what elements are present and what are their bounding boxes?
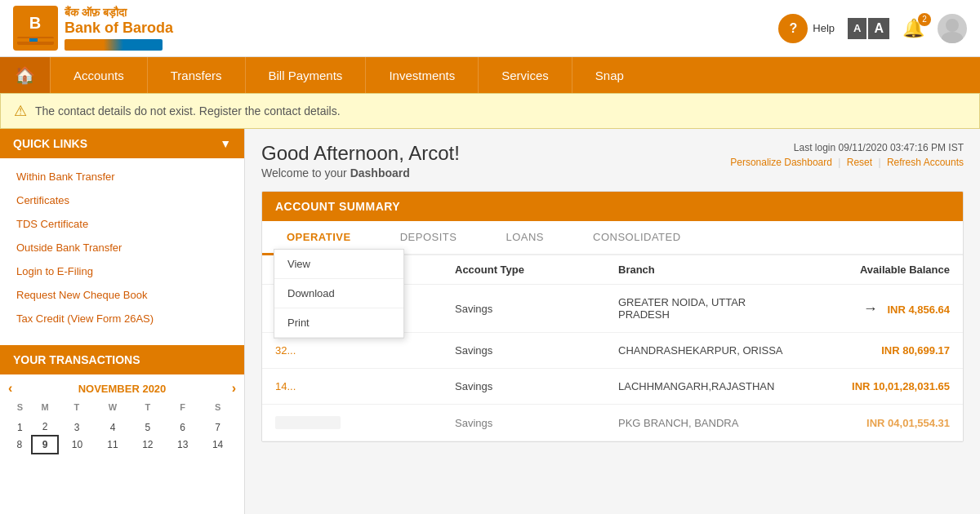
greeting-text: Good Afternoon, Arcot! Welcome to your D…: [261, 142, 460, 179]
balance-value: INR 4,856.64: [887, 304, 950, 316]
dropdown-item[interactable]: Download: [274, 279, 403, 308]
login-info: Last login 09/11/2020 03:47:16 PM IST Pe…: [730, 142, 964, 168]
list-item[interactable]: Tax Credit (View Form 26AS): [0, 307, 244, 330]
transactions-section: YOUR TRANSACTIONS ‹ NOVEMBER 2020 › S M …: [0, 345, 244, 461]
cal-day[interactable]: 8: [8, 436, 32, 454]
svg-point-7: [942, 32, 963, 43]
font-large-button[interactable]: A: [868, 18, 889, 39]
cal-day-header: M: [32, 401, 59, 414]
nav-home-button[interactable]: 🏠: [0, 57, 50, 93]
branch: PKG BRANCH, BANDRA: [618, 417, 786, 429]
tab-consolidated[interactable]: CONSOLIDATED: [568, 221, 706, 255]
user-avatar[interactable]: [938, 14, 967, 43]
nav-transfers[interactable]: Transfers: [147, 57, 245, 93]
col-available-balance: Available Balance: [786, 264, 950, 276]
personalize-dashboard-link[interactable]: Personalize Dashboard: [730, 157, 832, 168]
quick-links-header[interactable]: QUICK LINKS ▼: [0, 129, 244, 158]
alert-message: The contact details do not exist. Regist…: [35, 104, 341, 117]
table-row[interactable]: Savings PKG BRANCH, BANDRA INR 04,01,554…: [262, 405, 963, 441]
nav-snap[interactable]: Snap: [572, 57, 647, 93]
help-label: Help: [813, 22, 835, 34]
balance-value: INR 10,01,28,031.65: [852, 380, 950, 392]
font-controls: A A: [848, 18, 889, 39]
cal-day-header: T: [58, 401, 95, 414]
calendar: ‹ NOVEMBER 2020 › S M T W T F S: [0, 374, 244, 461]
branch: CHANDRASHEKARPUR, ORISSA: [618, 344, 786, 357]
greeting-heading: Good Afternoon, Arcot!: [261, 142, 460, 165]
branch: GREATER NOIDA, UTTAR PRADESH: [618, 296, 786, 321]
calendar-month: NOVEMBER 2020: [78, 383, 167, 395]
cal-day[interactable]: 14: [200, 436, 235, 454]
cal-day[interactable]: 5: [130, 419, 165, 436]
dropdown-overlay: View Download Print: [274, 249, 404, 339]
cal-day[interactable]: 12: [130, 436, 165, 454]
svg-rect-3: [17, 38, 29, 42]
refresh-accounts-link[interactable]: Refresh Accounts: [887, 157, 964, 168]
list-item[interactable]: Certificates: [0, 188, 244, 212]
nav-services[interactable]: Services: [478, 57, 572, 93]
cal-day-header: T: [130, 401, 165, 414]
svg-text:B: B: [29, 14, 41, 32]
quick-links-list: Within Bank Transfer Certificates TDS Ce…: [0, 158, 244, 337]
cal-day[interactable]: 2: [32, 419, 59, 436]
calendar-next-button[interactable]: ›: [232, 381, 236, 396]
cal-day-header: W: [96, 401, 131, 414]
font-small-button[interactable]: A: [848, 18, 866, 39]
cal-day-header: F: [165, 401, 200, 414]
notification-badge: 2: [918, 13, 931, 26]
tab-loans[interactable]: LOANS: [481, 221, 568, 255]
list-item[interactable]: TDS Certificate: [0, 212, 244, 236]
list-item[interactable]: Outside Bank Transfer: [0, 236, 244, 259]
arrow-right-icon: →: [863, 300, 878, 317]
account-type: Savings: [455, 417, 618, 429]
nav-accounts[interactable]: Accounts: [50, 57, 147, 93]
cal-day[interactable]: 7: [200, 419, 235, 436]
nav-investments[interactable]: Investments: [365, 57, 478, 93]
dashboard-links: Personalize Dashboard | Reset | Refresh …: [730, 157, 964, 168]
balance-value: INR 04,01,554.31: [866, 417, 950, 429]
alert-bar: ⚠ The contact details do not exist. Regi…: [0, 93, 980, 129]
reset-link[interactable]: Reset: [847, 157, 872, 168]
cal-day-header: S: [8, 401, 32, 414]
account-summary-header: ACCOUNT SUMMARY: [262, 192, 963, 221]
cal-day-header: S: [200, 401, 235, 414]
account-type: Savings: [455, 344, 618, 357]
cal-day[interactable]: 4: [96, 419, 131, 436]
dropdown-item[interactable]: View: [274, 250, 403, 279]
cal-day[interactable]: 3: [58, 419, 95, 436]
col-account-type: Account Type: [455, 264, 618, 276]
table-row[interactable]: 14... Savings LACHHMANGARH,RAJASTHAN INR…: [262, 369, 963, 405]
cal-day[interactable]: 10: [58, 436, 95, 454]
greeting-row: Good Afternoon, Arcot! Welcome to your D…: [261, 142, 964, 179]
svg-rect-5: [38, 38, 54, 42]
header: B बैंक ऑफ़ बड़ौदा Bank of Baroda ? Help …: [0, 0, 980, 57]
list-item[interactable]: Request New Cheque Book: [0, 283, 244, 307]
account-number-blurred: [275, 416, 341, 429]
dropdown-item[interactable]: Print: [274, 308, 403, 338]
account-number: 14...: [275, 380, 455, 392]
list-item[interactable]: Within Bank Transfer: [0, 165, 244, 188]
cal-day-today[interactable]: 9: [32, 436, 59, 454]
notification-bell[interactable]: 🔔 2: [902, 18, 924, 39]
available-balance: INR 10,01,28,031.65: [786, 380, 950, 392]
nav-bill-payments[interactable]: Bill Payments: [245, 57, 366, 93]
cal-day[interactable]: 11: [96, 436, 131, 454]
header-actions: ? Help A A 🔔 2: [778, 14, 967, 43]
calendar-prev-button[interactable]: ‹: [8, 381, 12, 396]
cal-day[interactable]: 13: [165, 436, 200, 454]
welcome-text: Welcome to your Dashboard: [261, 166, 460, 179]
bank-logo-icon: B: [13, 6, 58, 51]
last-login-text: Last login 09/11/2020 03:47:16 PM IST: [730, 142, 964, 153]
list-item[interactable]: Login to E-Filing: [0, 259, 244, 283]
svg-point-6: [946, 19, 959, 32]
quick-links-title: QUICK LINKS: [13, 137, 87, 150]
col-branch: Branch: [618, 264, 786, 276]
transactions-header: YOUR TRANSACTIONS: [0, 345, 244, 374]
cal-day[interactable]: 6: [165, 419, 200, 436]
help-button[interactable]: ?: [778, 14, 808, 43]
account-number: 32...: [275, 344, 455, 357]
logo-tagline: [65, 39, 163, 51]
cal-day[interactable]: 1: [8, 419, 32, 436]
logo-text: बैंक ऑफ़ बड़ौदा Bank of Baroda: [65, 6, 173, 51]
calendar-nav: ‹ NOVEMBER 2020 ›: [8, 381, 236, 396]
